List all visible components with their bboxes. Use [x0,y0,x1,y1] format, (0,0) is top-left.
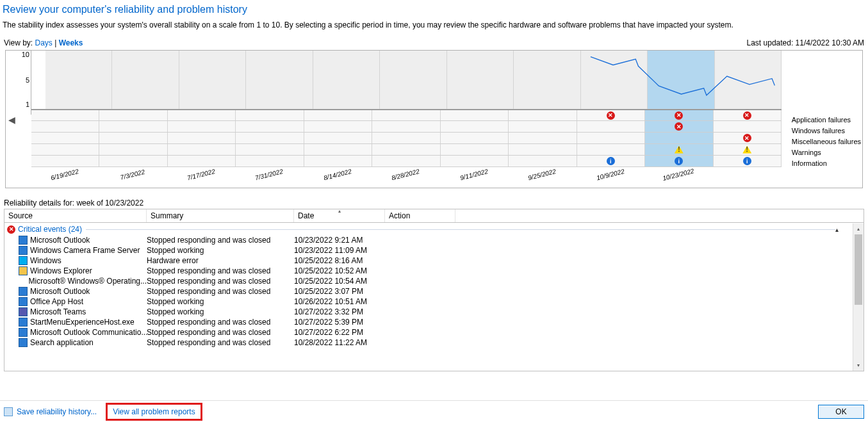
chart-date-labels: 6/19/20227/3/20227/17/20227/31/20228/14/… [31,168,782,188]
table-row[interactable]: Microsoft TeamsStopped working10/27/2022… [4,307,844,317]
col-summary[interactable]: Summary [147,209,294,222]
vertical-scrollbar[interactable]: ▴ ▾ [853,223,864,371]
app-icon [19,266,28,275]
table-row[interactable]: Office App HostStopped working10/26/2022… [4,296,844,307]
view-all-highlight: View all problem reports [106,403,202,421]
info-icon: i [675,157,683,165]
app-icon [19,318,28,327]
app-icon [19,297,28,306]
save-reliability-history-link[interactable]: Save reliability history... [17,407,97,416]
page-title: Review your computer's reliability and p… [0,0,868,20]
footer-bar: Save reliability history... View all pro… [0,400,868,422]
scroll-up-button[interactable]: ▴ [853,223,864,234]
error-icon: ✕ [675,122,683,131]
save-history-icon [4,407,13,416]
chart-legend: Application failures Windows failures Mi… [792,115,861,169]
app-icon [19,256,28,265]
error-icon: ✕ [7,225,15,234]
reliability-details-table: Source Summary ▴Date Action ✕ Critical e… [4,209,864,371]
table-row[interactable]: Microsoft OutlookStopped responding and … [4,235,844,245]
col-source[interactable]: Source [4,209,147,222]
error-icon: ✕ [743,134,751,142]
chart-y-axis: 10 5 1 [17,51,31,115]
reliability-chart: ◀ ▶ 10 5 1 ✕✕✕✕✕!!iii 6/19/20227/3/20227… [5,50,863,188]
legend-warnings: Warnings [792,147,861,158]
table-row[interactable]: Windows Camera Frame ServerStopped worki… [4,245,844,256]
table-header-row: Source Summary ▴Date Action [4,209,864,223]
app-icon [19,287,28,296]
chevron-up-icon: ▴ [835,226,841,233]
view-by-weeks-link[interactable]: Weeks [59,38,83,47]
view-by-label: View by: [4,38,33,47]
view-all-problem-reports-link[interactable]: View all problem reports [113,407,195,416]
sort-asc-icon: ▴ [338,208,341,214]
table-row[interactable]: StartMenuExperienceHost.exeStopped respo… [4,317,844,327]
table-row[interactable]: Search applicationStopped responding and… [4,337,844,348]
table-row[interactable]: Microsoft Outlook Communicatio...Stopped… [4,327,844,337]
view-by-controls: View by: Days | Weeks [4,38,83,47]
legend-app-failures: Application failures [792,115,861,126]
col-action[interactable]: Action [385,209,455,222]
app-icon [19,236,28,245]
scroll-down-button[interactable]: ▾ [853,360,864,371]
view-by-days-link[interactable]: Days [35,38,52,47]
last-updated: Last updated: 11/4/2022 10:30 AM [747,38,864,47]
table-row[interactable]: Microsoft® Windows® Operating...Stopped … [4,276,844,286]
error-icon: ✕ [675,111,683,120]
scroll-thumb[interactable] [855,234,862,305]
warn-icon: ! [675,146,684,154]
ok-button[interactable]: OK [818,405,864,419]
app-icon [19,328,28,337]
chart-prev-arrow[interactable]: ◀ [8,115,15,125]
chart-plot-area [31,51,782,110]
warn-icon: ! [742,146,751,154]
chart-event-rows: ✕✕✕✕✕!!iii [31,110,782,167]
legend-win-failures: Windows failures [792,126,861,136]
group-critical-events[interactable]: ✕ Critical events (24) ▴ [4,223,844,235]
table-row[interactable]: WindowsHardware error10/25/2022 8:16 AM [4,256,844,266]
col-date[interactable]: ▴Date [294,209,385,222]
table-row[interactable]: Windows ExplorerStopped responding and w… [4,266,844,276]
table-body: ✕ Critical events (24) ▴ Microsoft Outlo… [4,223,844,371]
app-icon [19,338,28,347]
info-icon: i [607,157,615,165]
legend-information: Information [792,158,861,169]
table-row[interactable]: Microsoft OutlookStopped responding and … [4,286,844,296]
app-icon [19,307,28,316]
error-icon: ✕ [607,111,615,120]
app-icon [19,246,28,255]
info-icon: i [743,157,751,165]
legend-misc-failures: Miscellaneous failures [792,136,861,147]
error-icon: ✕ [743,111,751,120]
page-description: The stability index assesses your system… [0,20,868,38]
details-header: Reliability details for: week of 10/23/2… [0,188,868,207]
